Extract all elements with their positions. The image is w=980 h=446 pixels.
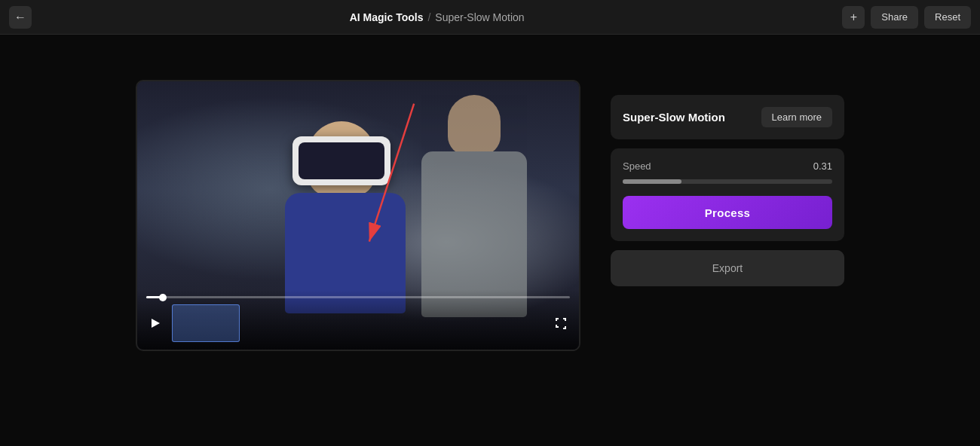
speed-slider[interactable] (623, 179, 832, 184)
play-button[interactable] (146, 314, 164, 332)
reset-button[interactable]: Reset (924, 6, 971, 29)
adult-head (448, 95, 501, 155)
brand-name: AI Magic Tools (350, 11, 424, 23)
video-player[interactable] (136, 80, 580, 351)
settings-card: Speed 0.31 Process (611, 148, 844, 241)
back-button[interactable]: ← (9, 6, 32, 29)
controls-row (146, 304, 570, 342)
export-button[interactable]: Export (611, 250, 844, 286)
topbar-right: + Share Reset (842, 6, 971, 29)
panel-title: Super-Slow Motion (623, 111, 725, 124)
panel-header: Super-Slow Motion Learn more (623, 107, 832, 127)
timeline-thumbnail (172, 304, 240, 342)
add-button[interactable]: + (842, 6, 865, 29)
topbar-title: AI Magic Tools / Super-Slow Motion (350, 11, 525, 23)
video-controls (137, 290, 579, 350)
share-button[interactable]: Share (871, 6, 918, 29)
process-button[interactable]: Process (623, 196, 832, 229)
speed-value: 0.31 (813, 160, 832, 172)
export-card: Export (611, 250, 844, 286)
learn-more-button[interactable]: Learn more (761, 107, 832, 127)
child-figure (270, 121, 421, 317)
slider-fill (623, 179, 681, 184)
progress-dot (159, 294, 167, 301)
fullscreen-button[interactable] (552, 314, 570, 332)
page-name: Super-Slow Motion (435, 11, 524, 23)
title-card: Super-Slow Motion Learn more (611, 95, 844, 139)
main-content: Super-Slow Motion Learn more Speed 0.31 … (0, 35, 980, 446)
speed-label: Speed (623, 160, 651, 172)
breadcrumb-separator: / (427, 11, 430, 23)
progress-bar[interactable] (146, 296, 570, 298)
topbar-left: ← (9, 6, 32, 29)
right-panel: Super-Slow Motion Learn more Speed 0.31 … (611, 95, 844, 286)
svg-marker-2 (152, 319, 160, 328)
speed-row: Speed 0.31 (623, 160, 832, 172)
vr-headset (292, 136, 390, 185)
topbar: ← AI Magic Tools / Super-Slow Motion + S… (0, 0, 980, 35)
controls-left (146, 304, 240, 342)
